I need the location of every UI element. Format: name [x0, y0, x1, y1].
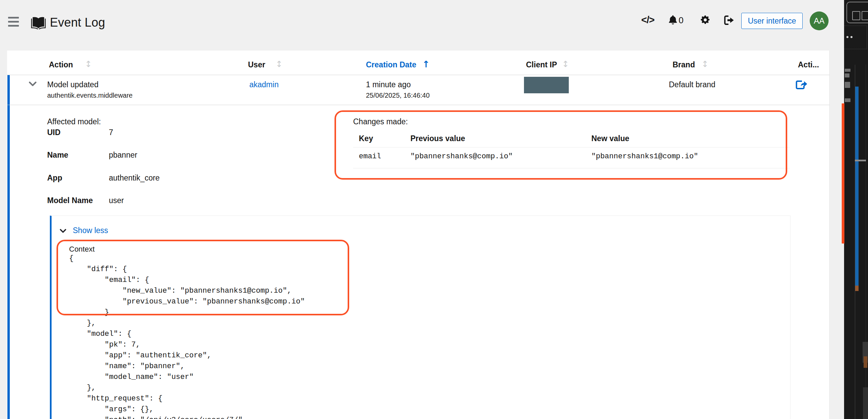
notification-count: 0 [679, 15, 683, 26]
context-title: Context [69, 245, 95, 254]
thumbnail-gray-line [855, 160, 866, 161]
notification-bell-icon[interactable] [668, 15, 678, 27]
user-interface-button[interactable]: User interface [741, 13, 803, 29]
thumbnail-brown-block [855, 286, 859, 291]
table-header-divider [7, 75, 830, 75]
detail-label-name: Name [47, 151, 68, 160]
thumbnail-bottom-blob [864, 356, 867, 368]
detail-label-app: App [47, 173, 62, 183]
changes-col-new: New value [591, 134, 629, 143]
open-event-share-icon[interactable] [795, 79, 807, 90]
thumbnail-text-blob [845, 82, 850, 88]
page: Event Log </> 0 User interface AA [0, 0, 868, 419]
api-code-icon[interactable]: </> [641, 14, 654, 26]
thumbnail-window-icon [846, 2, 868, 23]
column-header-actions: Acti... [798, 60, 819, 69]
column-header-action[interactable]: Action [49, 60, 73, 69]
thumbnail-text-blob [845, 98, 850, 102]
sort-icon-brand[interactable]: ↕ [702, 59, 709, 69]
detail-label-uid: UID [47, 128, 61, 137]
thumbnail-window-pane-left [852, 11, 860, 20]
changes-row-key: email [359, 152, 381, 161]
affected-model-label: Affected model: [47, 117, 101, 126]
annotation-edge-bar [842, 103, 844, 244]
row-expand-chevron-icon[interactable] [28, 81, 37, 87]
row-created-relative: 1 minute ago [366, 80, 411, 89]
changes-divider-top [353, 147, 789, 148]
row-divider [7, 105, 830, 105]
changes-col-previous: Previous value [410, 134, 465, 143]
row-created-absolute: 25/06/2025, 16:46:40 [366, 92, 430, 99]
side-thumbnail-strip [844, 0, 868, 419]
event-log-book-icon [31, 16, 46, 31]
detail-value-model-name: user [109, 196, 124, 205]
row-action-title: Model updated [47, 80, 98, 89]
show-less-chevron-icon[interactable] [59, 228, 67, 233]
context-json-code: { "diff": { "email": { "new_value": "pba… [69, 253, 305, 419]
detail-label-model-name: Model Name [47, 196, 93, 205]
detail-value-name: pbanner [109, 151, 137, 160]
detail-value-uid: 7 [109, 128, 113, 137]
sort-icon-client-ip[interactable]: ↕ [562, 59, 569, 69]
thumbnail-window-pane-right [862, 11, 868, 20]
expanded-row-indicator [7, 75, 10, 419]
client-ip-redacted-box [524, 77, 569, 93]
column-header-client-ip[interactable]: Client IP [526, 60, 557, 69]
hamburger-menu-icon[interactable] [8, 17, 19, 27]
settings-gear-icon[interactable] [700, 15, 710, 26]
column-header-user[interactable]: User [248, 60, 265, 69]
thumbnail-blue-bar [855, 87, 859, 286]
thumbnail-bottom-blob [863, 387, 868, 419]
show-less-toggle[interactable]: Show less [73, 226, 108, 235]
sort-ascending-icon[interactable]: ↑ [422, 59, 430, 69]
page-title: Event Log [50, 15, 105, 30]
avatar[interactable]: AA [810, 11, 829, 30]
changes-divider-bottom [353, 168, 789, 168]
topbar: Event Log </> 0 User interface AA [0, 0, 844, 51]
thumbnail-dot-left [846, 36, 848, 38]
thumbnail-dot-right [850, 36, 852, 38]
row-user-link[interactable]: akadmin [249, 80, 279, 89]
changes-row-new: "pbannershanks1@comp.io" [591, 152, 698, 161]
changes-col-key: Key [359, 134, 373, 143]
thumbnail-text-blob [845, 69, 850, 72]
sign-out-icon[interactable] [724, 15, 735, 27]
column-header-brand[interactable]: Brand [673, 60, 695, 69]
row-brand: Default brand [669, 80, 715, 89]
changes-row-previous: "pbannershanks@comp.io" [410, 152, 513, 161]
sort-icon-action[interactable]: ↕ [85, 59, 92, 69]
detail-value-app: authentik_core [109, 173, 160, 183]
column-header-creation-date[interactable]: Creation Date [366, 60, 416, 69]
sort-icon-user[interactable]: ↕ [276, 59, 283, 69]
changes-made-title: Changes made: [353, 117, 408, 126]
row-action-app: authentik.events.middleware [47, 92, 132, 99]
thumbnail-text-blob [845, 73, 849, 77]
